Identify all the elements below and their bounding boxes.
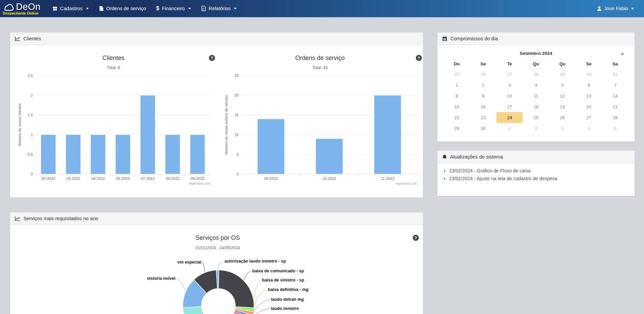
chart-title: Serviços por OS: [195, 234, 240, 241]
calendar-day[interactable]: 25: [523, 112, 549, 123]
calendar-day[interactable]: 7: [602, 80, 628, 90]
calendar-day[interactable]: 29: [444, 123, 470, 134]
calendar-month-label: Setembro 2024: [520, 51, 552, 56]
chart-line-icon: [15, 216, 20, 221]
calendar-day[interactable]: 18: [523, 101, 549, 112]
pie-slice-label: laudo detran mg: [271, 297, 304, 302]
calendar-day-header: Do: [444, 59, 470, 69]
y-tick-label: 1.5: [28, 113, 33, 117]
calendar-day[interactable]: 3: [549, 123, 576, 134]
panel-title: Atualizações do sistema: [450, 154, 503, 160]
calendar-day[interactable]: 3: [496, 80, 523, 90]
user-menu[interactable]: Jose Fabio: [594, 0, 637, 17]
calendar-day[interactable]: 30: [576, 69, 602, 80]
bar: [41, 135, 56, 174]
calendar-day[interactable]: 15: [444, 101, 470, 112]
bar: [66, 135, 81, 174]
nav-item-relatorios[interactable]: Relatórios: [196, 0, 242, 17]
chart-title: Clientes: [102, 55, 124, 61]
calendar-day[interactable]: 1: [496, 123, 523, 134]
calendar-day[interactable]: 27: [576, 112, 602, 123]
calendar-day[interactable]: 1: [444, 80, 470, 90]
nav-menu: Cadastros Ordens de serviço $ Financeiro: [47, 0, 242, 17]
highcharts-credit-link[interactable]: Highcharts.com: [189, 182, 210, 185]
x-tick-label: 10-2023: [322, 176, 336, 181]
calendar-day[interactable]: 8: [444, 90, 470, 101]
calendar-day[interactable]: 19: [549, 101, 576, 112]
calendar-week-row: 22232425262728: [444, 112, 628, 123]
calendar-day[interactable]: 12: [549, 90, 576, 101]
calendar-day[interactable]: 14: [602, 90, 628, 101]
calendar-day[interactable]: 23: [470, 112, 496, 123]
calendar-day[interactable]: 9: [470, 90, 496, 101]
calendar-day[interactable]: 26: [549, 112, 576, 123]
calendar-table: DoSeTeQuQuSeSa 2526272829303112345678910…: [444, 59, 628, 134]
pie-slice: [219, 270, 254, 308]
calendar-day[interactable]: 22: [444, 112, 470, 123]
calendar-day[interactable]: 26: [470, 69, 496, 80]
nav-item-financeiro[interactable]: $ Financeiro: [151, 0, 196, 17]
calendar-day[interactable]: 27: [496, 69, 523, 80]
calendar-day[interactable]: 25: [444, 69, 470, 80]
logo[interactable]: DeOn Despachante Online: [0, 2, 43, 15]
calendar-day[interactable]: 28: [523, 69, 549, 80]
pie-slice-label: vistoria móvel: [147, 276, 175, 281]
chart-subtitle: 01/01/2024 - 24/09/2024: [196, 246, 240, 250]
calendar-week-row: 25262728293031: [444, 69, 628, 80]
calendar-day[interactable]: 29: [549, 69, 576, 80]
panel-title: Compromissos do dia: [450, 36, 498, 41]
chart-subtitle: Total: 8: [107, 65, 120, 70]
x-tick-label: 09-2022: [166, 176, 179, 181]
calendar-day[interactable]: 10: [496, 90, 523, 101]
pie-label-connector: [203, 262, 205, 272]
chart-title: Ordens de serviço: [295, 55, 345, 61]
y-tick-label: 2.5: [28, 74, 33, 78]
panel-clientes-header: Clientes: [10, 33, 423, 45]
calendar-day[interactable]: 21: [602, 101, 628, 112]
update-item: 13/02/2024 - Ajuste na tela de cadastro …: [449, 176, 635, 181]
clientes-bar-chart: ClientesTotal: 800.511.522.5Número de no…: [10, 45, 216, 198]
y-tick-label: 10: [235, 133, 239, 137]
nav-item-label: Ordens de serviço: [106, 6, 146, 11]
highcharts-credit-link[interactable]: Highcharts.com: [395, 182, 417, 185]
nav-item-cadastros[interactable]: Cadastros: [47, 0, 94, 17]
nav-item-label: Relatórios: [209, 6, 231, 11]
chart-line-icon: [15, 36, 20, 41]
y-tick-label: 5: [237, 152, 239, 156]
calendar-day-selected[interactable]: 24: [496, 112, 523, 123]
calendar-day[interactable]: 30: [470, 123, 496, 134]
bar: [374, 95, 401, 174]
calendar-day[interactable]: 28: [602, 112, 628, 123]
calendar-day[interactable]: 31: [602, 69, 628, 80]
calendar-next-button[interactable]: »: [619, 49, 626, 58]
calendar-day[interactable]: 4: [576, 123, 602, 134]
calendar-day[interactable]: 2: [523, 123, 549, 134]
calendar-day[interactable]: 4: [523, 80, 549, 90]
bar: [165, 135, 180, 174]
calendar-day-header: Sa: [602, 59, 628, 69]
calendar-day[interactable]: 6: [576, 80, 602, 90]
calendar-day[interactable]: 5: [602, 123, 628, 134]
calendar-day-header: Te: [496, 59, 523, 69]
y-tick-label: 15: [235, 113, 239, 117]
logo-title: DeOn: [16, 3, 41, 11]
x-tick-label: 09-2023: [191, 176, 204, 181]
calendar-day[interactable]: 16: [470, 101, 496, 112]
nav-item-ordens-de-servico[interactable]: Ordens de serviço: [94, 0, 151, 17]
y-tick-label: 1: [31, 133, 33, 137]
calendar-day-header: Qu: [523, 59, 549, 69]
panel-clientes: Clientes ClientesTotal: 800.511.522.5Núm…: [10, 32, 423, 198]
calendar-day[interactable]: 2: [470, 80, 496, 90]
calendar-week-row: 15161718192021: [444, 101, 628, 112]
dollar-icon: $: [156, 5, 159, 12]
bar: [190, 135, 205, 174]
pie-slice: [183, 307, 214, 314]
calendar-day[interactable]: 5: [549, 80, 576, 90]
calendar-day[interactable]: 20: [576, 101, 602, 112]
pie-label-connector: [244, 271, 251, 280]
calendar-day[interactable]: 17: [496, 101, 523, 112]
calendar-day[interactable]: 13: [576, 90, 602, 101]
calendar-day[interactable]: 11: [523, 90, 549, 101]
logo-subtitle: Despachante Online: [3, 11, 41, 15]
panel-title: Clientes: [23, 36, 41, 41]
